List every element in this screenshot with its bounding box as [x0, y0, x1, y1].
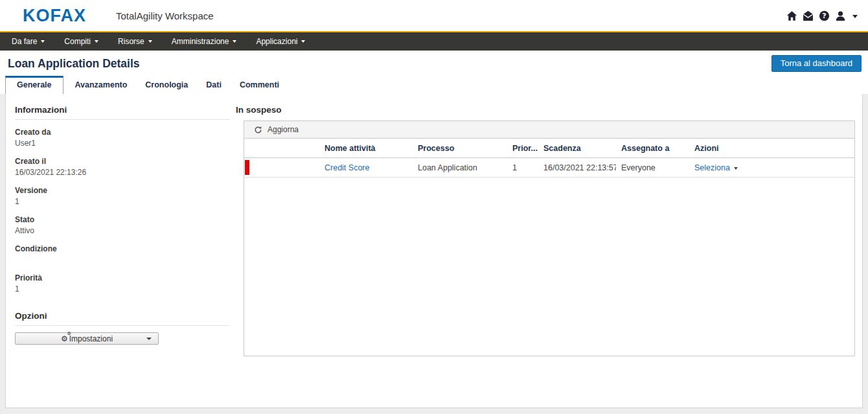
settings-button-label: Impostazioni	[69, 334, 113, 343]
top-header: KOFAX TotalAgility Workspace ?	[0, 0, 868, 31]
field-label: Versione	[15, 185, 230, 196]
chevron-down-icon	[301, 40, 305, 43]
table-row: Credit Score Loan Application 1 16/03/20…	[244, 158, 854, 178]
refresh-button[interactable]: Aggiorna	[244, 121, 854, 139]
nav-item-applicazioni[interactable]: Applicazioni	[256, 37, 305, 46]
info-panel: Informazioni Creato da User1 Creato il 1…	[6, 94, 230, 408]
chevron-down-icon	[233, 40, 236, 43]
field-label: Creato il	[15, 156, 230, 167]
nav-item-risorse[interactable]: Risorse	[118, 37, 152, 46]
field-value: 1	[15, 196, 230, 207]
assigned-cell: Everyone	[616, 158, 689, 178]
header-icons: ?	[786, 10, 858, 21]
due-date-cell: 16/03/2021 22:13:57	[538, 158, 616, 178]
nav-item-da-fare[interactable]: Da fare	[12, 37, 45, 46]
table-header-row: Nome attività Processo Prior... Scadenza…	[244, 139, 854, 158]
help-icon[interactable]: ?	[819, 10, 830, 21]
col-indicator	[244, 139, 319, 158]
actions-cell: Seleziona	[689, 158, 854, 178]
user-icon[interactable]	[835, 10, 846, 21]
col-processo[interactable]: Processo	[413, 139, 507, 158]
chevron-down-icon	[734, 167, 738, 170]
nav-item-label: Amministrazione	[172, 37, 229, 46]
field-value	[15, 255, 230, 266]
field-condizione: Condizione	[15, 244, 230, 266]
mail-icon[interactable]	[803, 10, 814, 21]
svg-text:?: ?	[822, 12, 826, 20]
chevron-down-icon	[148, 40, 152, 43]
tab-generale[interactable]: Generale	[5, 76, 63, 94]
seleziona-dropdown[interactable]: Seleziona	[694, 163, 730, 172]
activity-link[interactable]: Credit Score	[325, 163, 369, 172]
field-value: Attivo	[15, 225, 230, 236]
app-title: TotalAgility Workspace	[116, 10, 214, 21]
pending-section: In sospeso Aggiorna Nome attività	[230, 94, 862, 408]
field-label: Stato	[15, 214, 230, 225]
col-nome-attivita[interactable]: Nome attività	[319, 139, 413, 158]
refresh-icon	[254, 126, 262, 134]
col-priorita[interactable]: Prior...	[507, 139, 538, 158]
info-panel-title: Informazioni	[15, 105, 230, 120]
chevron-down-icon	[95, 40, 98, 43]
chevron-down-icon	[146, 338, 152, 340]
field-stato: Stato Attivo	[15, 214, 230, 236]
tab-commenti[interactable]: Commenti	[231, 76, 288, 94]
tab-bar: Generale Avanzamento Cronologia Dati Com…	[0, 76, 868, 94]
nav-item-label: Compiti	[64, 37, 91, 46]
field-value: 1	[15, 284, 230, 295]
settings-dropdown-button[interactable]: ⚙⚙ Impostazioni	[15, 332, 159, 345]
col-scadenza[interactable]: Scadenza	[538, 139, 616, 158]
process-cell: Loan Application	[413, 158, 507, 178]
pending-grid-panel: Aggiorna Nome attività Processo Prior...…	[244, 121, 855, 356]
nav-item-compiti[interactable]: Compiti	[64, 37, 98, 46]
tab-cronologia[interactable]: Cronologia	[136, 76, 197, 94]
priority-indicator	[245, 160, 249, 175]
nav-item-amministrazione[interactable]: Amministrazione	[172, 37, 237, 46]
page-header: Loan Application Details Torna al dashbo…	[0, 51, 868, 76]
tab-content-panel: Informazioni Creato da User1 Creato il 1…	[5, 94, 863, 408]
field-creato-da: Creato da User1	[15, 127, 230, 149]
col-assegnato-a[interactable]: Assegnato a	[616, 139, 689, 158]
home-icon[interactable]	[786, 10, 797, 21]
back-to-dashboard-button[interactable]: Torna al dashboard	[771, 55, 862, 72]
kofax-logo[interactable]: KOFAX	[23, 6, 86, 26]
gear-icon: ⚙⚙	[61, 334, 68, 343]
tab-dati[interactable]: Dati	[197, 76, 231, 94]
tab-avanzamento[interactable]: Avanzamento	[66, 76, 137, 94]
field-value: User1	[15, 138, 230, 149]
field-label: Creato da	[15, 127, 230, 138]
options-title: Opzioni	[15, 311, 230, 326]
refresh-label: Aggiorna	[268, 125, 299, 134]
options-section: Opzioni ⚙⚙ Impostazioni	[15, 311, 230, 345]
priority-indicator-cell	[244, 158, 319, 178]
field-value: 16/03/2021 22:13:26	[15, 167, 230, 178]
page-title: Loan Application Details	[8, 57, 140, 71]
priority-cell: 1	[507, 158, 538, 178]
nav-item-label: Applicazioni	[256, 37, 297, 46]
main-nav: Da fare Compiti Risorse Amministrazione …	[0, 31, 868, 51]
pending-table: Nome attività Processo Prior... Scadenza…	[244, 139, 854, 178]
field-creato-il: Creato il 16/03/2021 22:13:26	[15, 156, 230, 178]
field-label: Condizione	[15, 244, 230, 255]
field-versione: Versione 1	[15, 185, 230, 207]
col-azioni[interactable]: Azioni	[689, 139, 854, 158]
field-label: Priorità	[15, 273, 230, 284]
pending-title: In sospeso	[236, 105, 855, 115]
field-priorita: Priorità 1	[15, 273, 230, 295]
nav-item-label: Risorse	[118, 37, 144, 46]
chevron-down-icon	[41, 40, 45, 43]
user-menu-caret-icon[interactable]	[852, 15, 858, 18]
nav-item-label: Da fare	[12, 37, 37, 46]
